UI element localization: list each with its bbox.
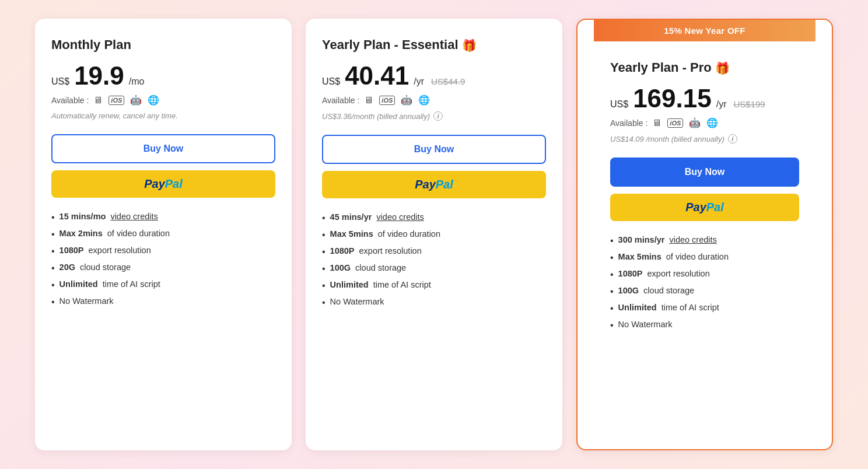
plan-name: Monthly Plan [51,37,275,52]
feature-bold: 100G [618,286,639,295]
price-main: 40.41 [345,63,409,89]
feature-item: Max 5mins of video duration [610,252,799,263]
paypal-label: PayPal [415,178,453,191]
feature-bold: Unlimited [330,280,369,289]
gift-icon: 🎁 [462,38,477,52]
price-row: US$ 169.15 /yrUS$199 [610,86,799,111]
feature-bold: Unlimited [618,303,657,312]
feature-text: export resolution [359,246,422,256]
feature-item: No Watermark [322,297,546,308]
platform-icons: 🖥 iOS 🤖 🌐 [93,94,159,106]
paypal-button[interactable]: PayPal [322,171,546,198]
feature-item: Unlimited time of AI script [51,279,275,290]
available-row: Available : 🖥 iOS 🤖 🌐 [51,94,275,106]
feature-item: 300 mins/yr video credits [610,235,799,246]
feature-item: 15 mins/mo video credits [51,212,275,223]
ios-icon: iOS [379,96,395,105]
android-icon: 🤖 [130,94,142,106]
available-label: Available : [322,96,359,105]
gift-icon: 🎁 [715,61,730,75]
plan-name: Yearly Plan - Essential🎁 [322,37,546,52]
feature-bold: 1080P [60,246,84,255]
pricing-card-yearly-pro: 15% New Year OFFYearly Plan - Pro🎁 US$ 1… [576,19,833,450]
web-icon: 🌐 [706,117,718,128]
billed-note: US$14.09 /month (billed annually) i [610,134,799,144]
feature-item: No Watermark [51,296,275,307]
android-icon: 🤖 [401,94,412,106]
available-row: Available : 🖥 iOS 🤖 🌐 [322,94,546,106]
pricing-card-yearly-essential: Yearly Plan - Essential🎁 US$ 40.41 /yrUS… [306,19,562,450]
feature-bold: Unlimited [60,279,98,289]
features-list: 300 mins/yr video creditsMax 5mins of vi… [610,235,799,331]
feature-item: 100G cloud storage [610,286,799,297]
feature-item: Max 5mins of video duration [322,229,546,240]
feature-text: export resolution [648,269,710,278]
ios-icon: iOS [108,96,124,105]
desktop-icon: 🖥 [364,95,373,106]
feature-item: 1080P export resolution [51,246,275,257]
paypal-button[interactable]: PayPal [51,170,275,198]
feature-bold: 1080P [618,269,643,278]
paypal-button[interactable]: PayPal [610,194,799,221]
feature-link: video credits [376,212,424,222]
platform-icons: 🖥 iOS 🤖 🌐 [652,117,718,128]
feature-link: video credits [669,235,716,244]
web-icon: 🌐 [418,94,430,106]
buy-now-button[interactable]: Buy Now [51,134,275,163]
feature-text: No Watermark [60,296,114,306]
platform-icons: 🖥 iOS 🤖 🌐 [364,94,430,106]
feature-text: cloud storage [80,262,131,272]
buy-now-button[interactable]: Buy Now [322,135,546,164]
ios-icon: iOS [667,118,683,128]
price-original: US$44.9 [431,76,465,86]
feature-text: cloud storage [355,263,406,272]
info-icon[interactable]: i [728,134,737,144]
feature-text: No Watermark [330,297,384,306]
feature-link: video credits [110,212,158,221]
price-row: US$ 40.41 /yrUS$44.9 [322,63,546,89]
feature-bold: 1080P [330,246,355,256]
feature-bold: 45 mins/yr [330,212,372,222]
feature-bold: Max 2mins [60,229,103,238]
price-period: /yr [414,76,424,87]
feature-item: Max 2mins of video duration [51,229,275,240]
buy-now-button[interactable]: Buy Now [610,158,799,187]
price-row: US$ 19.9 /mo [51,63,275,89]
feature-text: of video duration [378,229,440,239]
desktop-icon: 🖥 [93,95,103,106]
price-currency: US$ [322,76,340,87]
billed-note: US$3.36/month (billed annually) i [322,111,546,121]
price-currency: US$ [51,76,69,87]
feature-item: Unlimited time of AI script [322,280,546,291]
info-icon[interactable]: i [433,111,443,121]
feature-item: 45 mins/yr video credits [322,212,546,223]
available-label: Available : [51,96,89,105]
featured-banner: 15% New Year OFF [594,20,816,41]
price-period: /yr [716,99,727,110]
feature-bold: Max 5mins [618,252,662,261]
feature-item: Unlimited time of AI script [610,303,799,314]
feature-text: cloud storage [643,286,694,295]
feature-item: 1080P export resolution [322,246,546,257]
price-period: /mo [129,76,145,87]
auto-renew-note: Automatically renew, cancel any time. [51,111,275,120]
feature-text: time of AI script [662,303,719,312]
price-main: 19.9 [74,63,124,89]
feature-bold: Max 5mins [330,229,373,239]
pricing-card-monthly: Monthly Plan US$ 19.9 /mo Available : 🖥 … [35,19,292,450]
pricing-container: Monthly Plan US$ 19.9 /mo Available : 🖥 … [14,19,854,450]
feature-text: export resolution [89,246,151,255]
feature-text: of video duration [107,229,170,238]
available-label: Available : [610,118,648,128]
paypal-label: PayPal [685,201,724,214]
feature-text: No Watermark [618,320,673,329]
feature-bold: 20G [60,262,75,272]
feature-item: No Watermark [610,320,799,331]
price-original: US$199 [733,99,765,109]
features-list: 15 mins/mo video creditsMax 2mins of vid… [51,212,275,307]
web-icon: 🌐 [148,94,159,106]
paypal-label: PayPal [144,177,183,190]
feature-text: time of AI script [103,279,160,289]
desktop-icon: 🖥 [652,118,662,128]
plan-name: Yearly Plan - Pro🎁 [610,60,799,75]
